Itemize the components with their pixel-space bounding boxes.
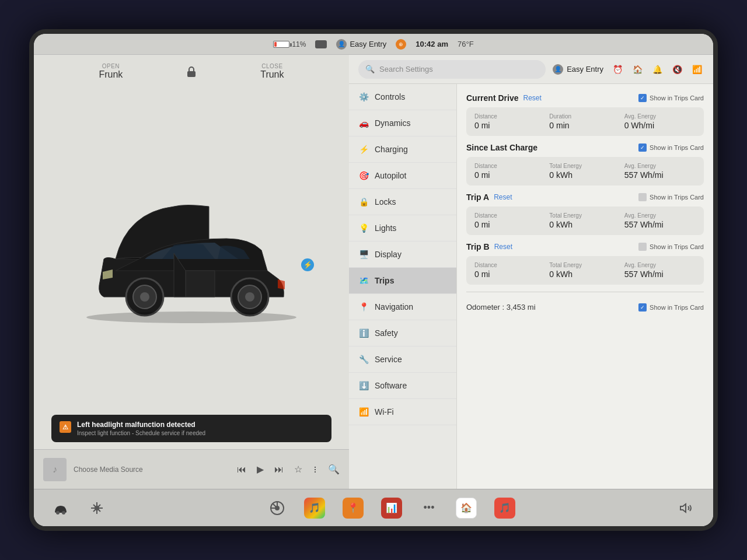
trip-b-show-trips[interactable]: Show in Trips Card (638, 243, 704, 251)
nav-label-safety: Safety (375, 328, 398, 338)
security-icon[interactable]: ⏰ (610, 62, 624, 76)
battery-fill (274, 42, 277, 47)
stat-label-energy-1: Avg. Energy (624, 113, 696, 120)
current-drive-title: Current Drive (466, 93, 518, 103)
trips-icon: 🗺️ (358, 275, 369, 286)
trips-content: Current Drive Reset ✓ Show in Trips Card… (457, 84, 713, 489)
taskbar-volume-icon[interactable] (677, 499, 696, 517)
profile-avatar: 👤 (336, 39, 347, 50)
stat-distance-3: Distance 0 mi (474, 212, 546, 229)
taskbar-car-icon[interactable] (51, 499, 70, 517)
stat-label-distance-2: Distance (474, 163, 546, 169)
svg-point-10 (95, 506, 99, 510)
nav-label-autopilot: Autopilot (375, 171, 406, 180)
trunk-sublabel: Close (260, 63, 284, 69)
nav-item-autopilot[interactable]: 🎯 Autopilot (349, 163, 456, 189)
stat-value-distance-1: 0 mi (474, 121, 546, 130)
stat-value-avg-energy-2: 557 Wh/mi (624, 170, 696, 180)
alert-icon: ⚠ (60, 421, 71, 433)
taskbar-more-icon[interactable]: ••• (420, 499, 438, 517)
nav-label-software: Software (375, 381, 407, 390)
stat-value-distance-4: 0 mi (474, 270, 546, 279)
taskbar-steer-icon[interactable] (268, 499, 287, 517)
taskbar-energy-icon[interactable]: 📊 (381, 498, 402, 519)
taskbar-home-icon[interactable]: 🏠 (456, 498, 477, 519)
svg-point-12 (275, 506, 279, 510)
stat-value-avg-energy-3: 557 Wh/mi (624, 220, 696, 229)
stat-avg-energy-2: Avg. Energy 557 Wh/mi (624, 163, 696, 180)
battery-tip (290, 43, 292, 47)
taskbar-center-icons: 🎵 📍 📊 ••• 🏠 🎵 (268, 498, 515, 519)
nav-label-dynamics: Dynamics (375, 118, 410, 128)
nav-label-navigation: Navigation (375, 302, 413, 312)
since-last-charge-show-trips[interactable]: ✓ Show in Trips Card (638, 144, 704, 152)
nav-item-charging[interactable]: ⚡ Charging (349, 136, 456, 163)
trip-b-checkmark (638, 243, 647, 251)
odometer-checkmark: ✓ (638, 303, 647, 312)
settings-header: 🔍 Search Settings 👤 Easy Entry ⏰ 🏠 🔔 🔇 📶 (349, 55, 713, 84)
stat-value-distance-3: 0 mi (474, 220, 546, 229)
nav-label-trips: Trips (375, 276, 394, 285)
trunk-label[interactable]: Trunk (260, 69, 284, 80)
stat-label-total-energy-3: Total Energy (549, 212, 620, 219)
notification-icon[interactable]: 🔔 (650, 62, 664, 76)
trip-a-reset[interactable]: Reset (494, 193, 512, 201)
current-drive-reset[interactable]: Reset (523, 94, 541, 102)
nav-item-software[interactable]: ⬇️ Software (349, 373, 456, 399)
nav-item-dynamics[interactable]: 🚗 Dynamics (349, 110, 456, 136)
nav-item-lights[interactable]: 💡 Lights (349, 215, 456, 242)
trip-b-reset[interactable]: Reset (494, 243, 512, 251)
trip-a-show-trips[interactable]: Show in Trips Card (638, 193, 704, 201)
status-profile: 👤 Easy Entry (336, 39, 386, 50)
nav-item-navigation[interactable]: 📍 Navigation (349, 294, 456, 320)
screen-outer: 11% 👤 Easy Entry ⊕ 10:42 am 76°F Open Fr… (29, 29, 718, 531)
since-last-charge-title: Since Last Charge (466, 143, 537, 152)
since-last-charge-checkmark: ✓ (638, 144, 647, 152)
svg-point-8 (56, 511, 60, 514)
nav-item-locks[interactable]: 🔒 Locks (349, 189, 456, 215)
search-media-button[interactable]: 🔍 (328, 464, 340, 475)
play-button[interactable]: ▶ (257, 464, 264, 475)
nav-label-wifi: Wi-Fi (375, 407, 394, 416)
prev-button[interactable]: ⏮ (237, 464, 246, 475)
taskbar-music-icon[interactable]: 🎵 (494, 498, 515, 519)
equalizer-button[interactable]: ⫶ (313, 464, 317, 475)
dynamics-icon: 🚗 (358, 118, 369, 128)
stat-label-total-energy-2: Total Energy (549, 163, 620, 169)
nav-item-service[interactable]: 🔧 Service (349, 346, 456, 373)
sound-icon[interactable]: 🔇 (670, 62, 684, 76)
alert-content: Left headlight malfunction detected Insp… (77, 421, 205, 436)
taskbar-nav-icon[interactable]: 📍 (343, 498, 364, 519)
taskbar-media-icon[interactable]: 🎵 (304, 498, 325, 519)
nav-item-controls[interactable]: ⚙️ Controls (349, 84, 456, 110)
lock-settings-icon[interactable]: 🏠 (630, 62, 644, 76)
taskbar-climate-icon[interactable] (88, 499, 106, 517)
nav-item-trips[interactable]: 🗺️ Trips (349, 268, 456, 294)
nav-item-display[interactable]: 🖥️ Display (349, 242, 456, 268)
nav-item-wifi[interactable]: 📶 Wi-Fi (349, 399, 456, 425)
odometer-show-trips[interactable]: ✓ Show in Trips Card (638, 303, 704, 312)
next-button[interactable]: ⏭ (274, 464, 284, 475)
stat-label-total-energy-4: Total Energy (549, 262, 620, 268)
frunk-sublabel: Open (99, 63, 123, 69)
odometer-value: 3,453 mi (507, 303, 536, 312)
car-labels: Open Frunk Close Trunk (34, 55, 349, 80)
show-trips-label-2: Show in Trips Card (650, 144, 704, 151)
stat-label-avg-energy-3: Avg. Energy (624, 212, 696, 219)
signal-icon[interactable]: 📶 (690, 62, 704, 76)
search-box[interactable]: 🔍 Search Settings (358, 60, 546, 79)
stat-duration-1: Duration 0 min (549, 113, 620, 130)
svg-point-6 (245, 292, 254, 302)
favorite-button[interactable]: ☆ (294, 464, 302, 475)
stat-distance-2: Distance 0 mi (474, 163, 546, 180)
frunk-label[interactable]: Frunk (99, 69, 123, 80)
stat-label-distance-3: Distance (474, 212, 546, 219)
trip-a-header: Trip A Reset Show in Trips Card (466, 192, 704, 202)
nav-item-safety[interactable]: ℹ️ Safety (349, 320, 456, 346)
status-profile-label: Easy Entry (350, 40, 386, 48)
show-trips-label-3: Show in Trips Card (650, 194, 704, 201)
current-drive-show-trips[interactable]: ✓ Show in Trips Card (638, 94, 704, 102)
current-drive-stats: Distance 0 mi Duration 0 min Avg. Energy… (466, 107, 704, 136)
since-last-charge-stats: Distance 0 mi Total Energy 0 kWh Avg. En… (466, 157, 704, 186)
trip-b-stats: Distance 0 mi Total Energy 0 kWh Avg. En… (466, 256, 704, 285)
